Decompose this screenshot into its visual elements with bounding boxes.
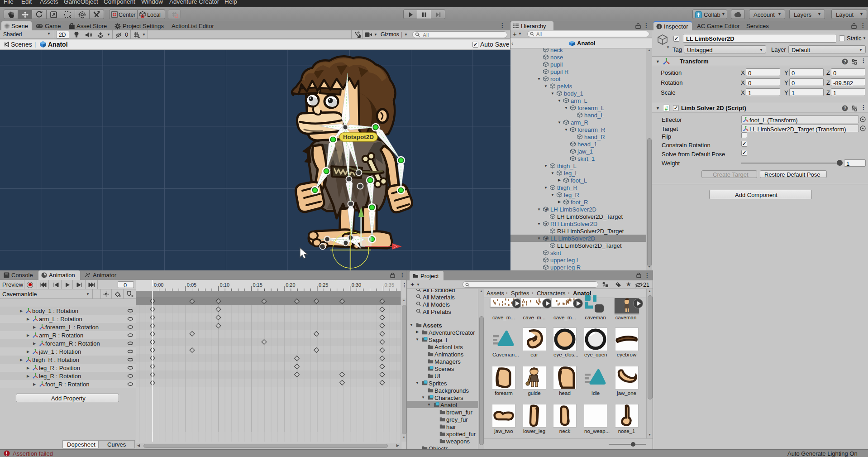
svg-text:Hotspot2D: Hotspot2D	[343, 134, 374, 140]
svg-text:?: ?	[844, 106, 846, 111]
svg-text:0:25: 0:25	[319, 282, 328, 288]
svg-text:0:20: 0:20	[286, 282, 295, 288]
svg-text:0:30: 0:30	[352, 282, 361, 288]
svg-text:0:10: 0:10	[220, 282, 229, 288]
svg-text:0:00: 0:00	[154, 282, 163, 288]
svg-text:0:15: 0:15	[253, 282, 262, 288]
svg-text:0:35: 0:35	[385, 282, 394, 288]
svg-text:?: ?	[844, 59, 846, 64]
svg-text:0:05: 0:05	[187, 282, 196, 288]
